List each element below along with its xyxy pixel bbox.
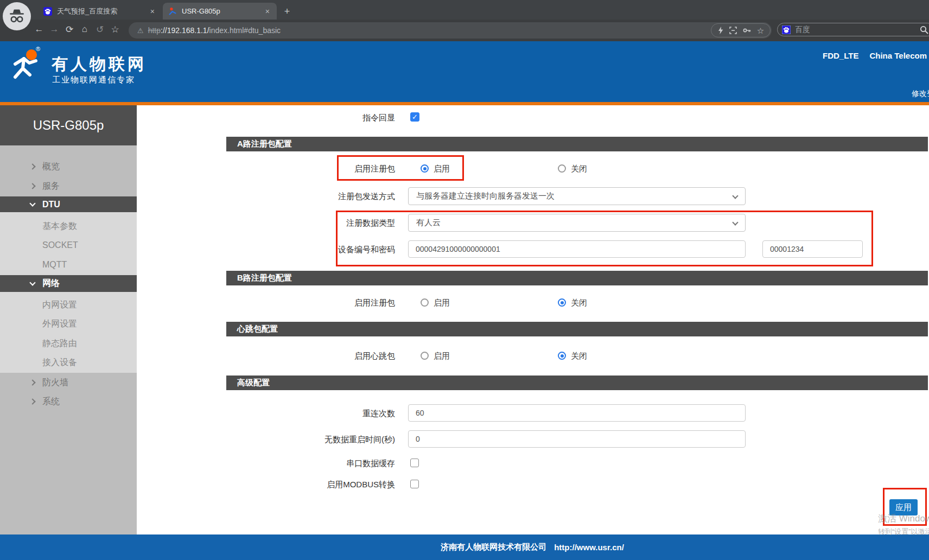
sidebar-item-network[interactable]: 网络 xyxy=(0,275,137,292)
register-b-off-label: 关闭 xyxy=(571,298,587,308)
sidebar-item-services[interactable]: 服务 xyxy=(0,176,137,196)
register-b-on-label: 启用 xyxy=(434,298,450,308)
send-mode-select[interactable]: 与服务器建立连接时向服务器发送一次 xyxy=(408,187,746,205)
send-mode-label: 注册包发送方式 xyxy=(338,192,395,202)
site-header: ® 有人物联网 工业物联网通信专家 FDD_LTE China Telecom … xyxy=(0,41,929,102)
section-b-register-header: B路注册包配置 xyxy=(226,271,928,285)
chevron-right-icon xyxy=(29,379,35,385)
home-icon[interactable]: ⌂ xyxy=(78,24,91,35)
heartbeat-off-radio[interactable] xyxy=(558,352,566,360)
back-icon[interactable]: ← xyxy=(33,24,46,35)
sidebar-item-dtu[interactable]: DTU xyxy=(0,196,137,212)
enable-heartbeat-label: 启用心跳包 xyxy=(354,351,395,361)
lightning-icon[interactable] xyxy=(717,27,724,34)
omnibox-action-icons: ☆ xyxy=(711,23,771,37)
carrier-name: China Telecom xyxy=(869,51,927,60)
tab-title: 天气预报_百度搜索 xyxy=(57,7,149,16)
network-type: FDD_LTE xyxy=(823,51,858,60)
register-b-off-radio[interactable] xyxy=(558,298,566,307)
device-id-input[interactable] xyxy=(408,240,746,258)
register-a-on-label: 启用 xyxy=(434,164,450,174)
tab-usr-g805p[interactable]: USR-G805p × xyxy=(163,3,277,20)
footer-website-link[interactable]: http://www.usr.cn/ xyxy=(554,543,624,552)
serial-buffer-label: 串口数据缓存 xyxy=(346,459,395,469)
tab-weather-search[interactable]: 天气预报_百度搜索 × xyxy=(38,3,162,20)
chevron-down-icon xyxy=(29,279,35,285)
bookmark-star-icon[interactable]: ☆ xyxy=(109,24,122,35)
data-type-label: 注册数据类型 xyxy=(346,218,395,228)
browser-window: 天气预报_百度搜索 × USR-G805p × + ← → ⟳ ⌂ ↺ ☆ ⚠ … xyxy=(0,0,929,560)
url-text: http://192.168.1.1/index.html#dtu_basic xyxy=(148,26,281,35)
modbus-checkbox[interactable] xyxy=(410,480,419,488)
brand-slogan: 工业物联网通信专家 xyxy=(52,75,135,85)
sidebar-item-wan-settings[interactable]: 外网设置 xyxy=(0,314,137,334)
register-a-off-radio[interactable] xyxy=(558,164,566,173)
search-magnifier-icon[interactable] xyxy=(920,26,928,34)
usr-favicon-icon xyxy=(168,7,177,16)
heartbeat-on-label: 启用 xyxy=(434,351,450,361)
chevron-down-icon xyxy=(732,219,738,225)
change-password-link[interactable]: 修改登录密码 xyxy=(912,89,929,99)
heartbeat-on-radio[interactable] xyxy=(421,352,429,360)
page-footer: 济南有人物联网技术有限公司 http://www.usr.cn/ xyxy=(0,534,929,560)
new-tab-button[interactable]: + xyxy=(280,4,294,18)
address-bar[interactable]: ⚠ http://192.168.1.1/index.html#dtu_basi… xyxy=(129,22,772,39)
sidebar-item-basic-params[interactable]: 基本参数 xyxy=(0,217,137,236)
tab-close-icon[interactable]: × xyxy=(264,7,271,16)
incognito-avatar[interactable] xyxy=(3,2,31,30)
sidebar: USR-G805p 概览 服务 DTU 基本参数 SOCKET MQTT 网络 … xyxy=(0,105,137,534)
cmd-echo-label: 指令回显 xyxy=(362,113,395,123)
incognito-icon xyxy=(7,7,27,26)
modbus-label: 启用MODBUS转换 xyxy=(327,480,395,490)
enable-register-a-label: 启用注册包 xyxy=(354,164,395,174)
register-a-on-radio[interactable] xyxy=(421,164,429,173)
sidebar-item-overview[interactable]: 概览 xyxy=(0,157,137,176)
sidebar-item-access-devices[interactable]: 接入设备 xyxy=(0,353,137,372)
baidu-search-box[interactable]: 百度 xyxy=(777,23,929,36)
apply-button[interactable]: 应用 xyxy=(889,499,918,516)
url-host: ://192.168.1.1/ xyxy=(161,26,209,35)
chevron-right-icon xyxy=(29,183,35,189)
device-id-password-label: 设备编号和密码 xyxy=(338,245,395,255)
scan-frame-icon[interactable] xyxy=(729,27,737,34)
section-a-register-header: A路注册包配置 xyxy=(226,137,928,151)
advanced-section-header: 高级配置 xyxy=(226,376,928,390)
sidebar-item-firewall[interactable]: 防火墙 xyxy=(0,373,137,392)
serial-buffer-checkbox[interactable] xyxy=(410,459,419,467)
heartbeat-off-label: 关闭 xyxy=(571,351,587,361)
brand-name: 有人物联网 xyxy=(52,53,147,75)
network-status: FDD_LTE China Telecom xyxy=(823,51,927,60)
reconnect-count-input[interactable] xyxy=(408,404,746,422)
baidu-logo-icon xyxy=(782,26,791,34)
sidebar-item-static-route[interactable]: 静态路由 xyxy=(0,334,137,353)
footer-company: 济南有人物联网技术有限公司 xyxy=(441,542,546,552)
device-password-input[interactable] xyxy=(762,240,863,258)
registered-mark: ® xyxy=(36,46,40,52)
usr-logo-icon xyxy=(10,47,44,84)
sidebar-item-mqtt[interactable]: MQTT xyxy=(0,255,137,275)
sidebar-item-socket[interactable]: SOCKET xyxy=(0,236,137,255)
tab-close-icon[interactable]: × xyxy=(149,7,156,16)
register-b-on-radio[interactable] xyxy=(421,298,429,307)
data-type-select[interactable]: 有人云 xyxy=(408,214,746,232)
chevron-down-icon xyxy=(29,200,35,206)
chevron-down-icon xyxy=(732,193,738,199)
key-icon[interactable] xyxy=(743,27,751,34)
cmd-echo-checkbox[interactable]: ✓ xyxy=(410,112,419,122)
bookmark-star-icon[interactable]: ☆ xyxy=(757,27,764,35)
undo-icon[interactable]: ↺ xyxy=(93,24,106,35)
not-secure-warning-icon[interactable]: ⚠ xyxy=(137,27,144,35)
sidebar-item-system[interactable]: 系统 xyxy=(0,392,137,411)
device-name: USR-G805p xyxy=(0,105,137,145)
chevron-right-icon xyxy=(29,163,35,169)
url-scheme: http xyxy=(148,26,161,35)
chevron-right-icon xyxy=(29,398,35,404)
sidebar-item-lan-settings[interactable]: 内网设置 xyxy=(0,295,137,315)
heartbeat-section-header: 心跳包配置 xyxy=(226,322,928,336)
forward-icon[interactable]: → xyxy=(48,24,61,35)
tab-title: USR-G805p xyxy=(182,7,264,15)
reload-icon[interactable]: ⟳ xyxy=(63,24,76,35)
baidu-favicon-icon xyxy=(43,7,52,16)
no-data-restart-input[interactable] xyxy=(408,430,746,448)
reconnect-count-label: 重连次数 xyxy=(362,409,395,419)
